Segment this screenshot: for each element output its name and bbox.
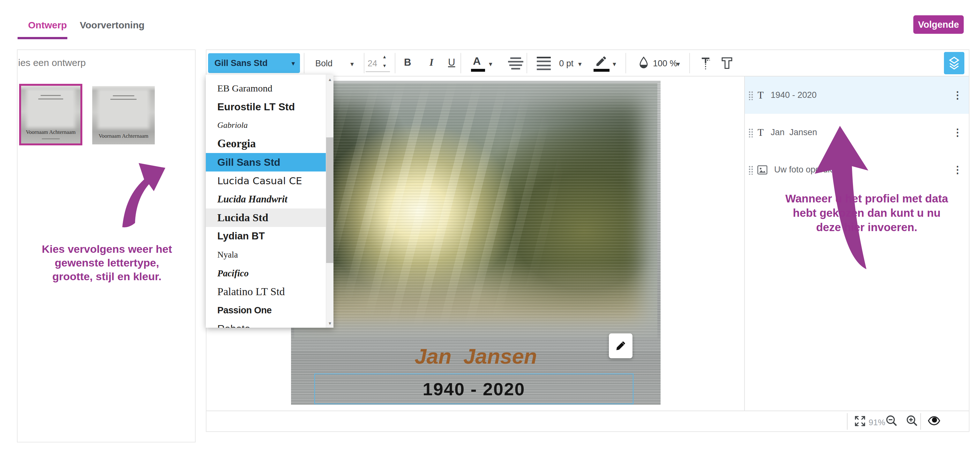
tab-voorvertoning[interactable]: Voorvertoning xyxy=(80,20,145,30)
opacity-value[interactable]: 100 % xyxy=(653,59,678,68)
chevron-down-icon[interactable]: ▾ xyxy=(613,60,616,67)
font-option-lucida-casual[interactable]: Lucida Casual CE xyxy=(206,171,326,190)
font-weight-select[interactable]: Bold xyxy=(315,59,332,68)
size-decrease-button[interactable]: ▼ xyxy=(382,63,387,68)
font-option-passion-one[interactable]: Passion One xyxy=(206,301,326,319)
font-option-pacifico[interactable]: Pacifico xyxy=(206,264,326,282)
font-option-gabriola[interactable]: Gabriola xyxy=(206,116,326,135)
tab-ontwerp[interactable]: Ontwerp xyxy=(28,20,67,30)
curved-arrow-up-right xyxy=(118,161,166,230)
font-option-eb-garamond[interactable]: EB Garamond xyxy=(206,79,326,98)
font-option-eurostile[interactable]: Eurostile LT Std xyxy=(206,98,326,116)
font-option-roboto[interactable]: Roboto xyxy=(206,319,326,328)
fullscreen-icon[interactable] xyxy=(854,415,866,427)
bottom-bar-border xyxy=(206,411,969,411)
thumbnail-caption-line xyxy=(113,95,134,96)
font-option-lucida-handwrit[interactable]: Lucida Handwrit xyxy=(206,190,326,208)
layers-icon xyxy=(948,56,961,70)
font-option-georgia[interactable]: Georgia xyxy=(206,135,326,153)
text-layer-icon: T xyxy=(757,127,764,138)
dates-selection-box[interactable]: 1940 - 2020 xyxy=(314,374,633,404)
font-option-lucida-std[interactable]: Lucida Std xyxy=(206,208,326,227)
text-color-button[interactable]: A xyxy=(473,55,481,67)
layer-label: 1940 - 2020 xyxy=(771,90,817,100)
design-thumbnail-2[interactable]: Voornaam Achternaam xyxy=(92,86,155,144)
text-baseline-icon[interactable] xyxy=(699,56,714,71)
thumbnail-dates-line xyxy=(42,138,60,139)
thumbnail-name-label: Voornaam Achternaam xyxy=(21,129,80,135)
drag-handle-icon[interactable] xyxy=(748,165,753,175)
chevron-down-icon[interactable]: ▾ xyxy=(578,60,582,67)
font-family-value: Gill Sans Std xyxy=(215,58,268,68)
line-spacing-value[interactable]: 0 pt xyxy=(559,59,573,68)
design-editor-page: { "header": { "tabs": [ {"label": "Ontwe… xyxy=(0,0,980,452)
thumbnail-photo-placeholder xyxy=(100,91,146,126)
thumbnail-caption-line xyxy=(41,95,60,96)
card-dates-text[interactable]: 1940 - 2020 xyxy=(423,379,525,400)
thumbnail-caption-line xyxy=(110,99,137,100)
thumbnail-photo-placeholder xyxy=(29,91,73,125)
card-name-text[interactable]: Jan Jansen xyxy=(291,344,660,368)
toolbar-divider xyxy=(460,53,461,73)
design-panel-title: ies een ontwerp xyxy=(18,57,86,68)
font-dropdown-menu: EB Garamond Eurostile LT Std Gabriola Ge… xyxy=(206,75,334,328)
memorial-card-canvas[interactable]: Jan Jansen 1940 - 2020 xyxy=(291,81,660,405)
font-size-underline xyxy=(366,71,390,72)
toolbar-divider xyxy=(689,53,690,73)
bold-button[interactable]: B xyxy=(404,57,411,68)
italic-button[interactable]: I xyxy=(430,57,433,68)
design-thumbnail-1[interactable]: Voornaam Achternaam xyxy=(19,84,82,145)
thumbnail-name-label: Voornaam Achternaam xyxy=(92,133,155,139)
zoom-level-label: 91% xyxy=(869,417,885,427)
zoom-out-icon[interactable] xyxy=(885,414,898,427)
dropdown-scrollbar[interactable]: ▲ ▼ xyxy=(326,75,334,328)
toolbar-divider xyxy=(527,53,527,73)
underline-button[interactable]: U xyxy=(448,57,455,68)
edit-pencil-button[interactable] xyxy=(609,333,633,358)
font-option-nyala[interactable]: Nyala xyxy=(206,246,326,264)
opacity-droplet-icon[interactable] xyxy=(638,56,650,70)
scroll-down-icon[interactable]: ▼ xyxy=(326,321,334,326)
layer-menu-kebab-icon[interactable]: ⋮ xyxy=(953,127,963,138)
chevron-down-icon[interactable]: ▾ xyxy=(350,60,354,67)
toolbar-divider xyxy=(625,53,626,73)
font-option-lydian-bt[interactable]: Lydian BT xyxy=(206,227,326,246)
drag-handle-icon[interactable] xyxy=(748,128,753,137)
text-layer-icon: T xyxy=(757,90,764,101)
font-size-input[interactable]: 24 xyxy=(368,59,377,68)
layer-menu-kebab-icon[interactable]: ⋮ xyxy=(953,89,963,101)
font-family-select[interactable]: Gill Sans Std ▾ xyxy=(208,53,300,73)
chevron-down-icon: ▾ xyxy=(291,60,295,67)
layer-menu-kebab-icon[interactable]: ⋮ xyxy=(953,164,963,176)
font-option-palatino[interactable]: Palatino LT Std xyxy=(206,282,326,301)
active-tab-underline xyxy=(18,37,67,39)
image-layer-icon xyxy=(757,165,768,175)
pencil-icon xyxy=(615,341,626,351)
next-button[interactable]: Volgende xyxy=(913,15,964,34)
layer-label: Jan Jansen xyxy=(771,127,817,137)
chevron-down-icon[interactable]: ▾ xyxy=(676,60,680,67)
line-spacing-icon[interactable] xyxy=(537,57,551,70)
text-color-swatch xyxy=(471,69,485,72)
bottom-bar-divider xyxy=(847,413,848,430)
drag-handle-icon[interactable] xyxy=(748,90,753,100)
stroke-color-swatch xyxy=(593,69,609,72)
text-outline-icon[interactable] xyxy=(719,56,735,71)
layers-button[interactable] xyxy=(944,52,964,74)
stroke-color-pencil-icon[interactable] xyxy=(595,55,608,68)
size-increase-button[interactable]: ▲ xyxy=(382,54,387,59)
zoom-in-icon[interactable] xyxy=(906,414,918,427)
chevron-down-icon[interactable]: ▾ xyxy=(489,60,492,67)
font-option-gill-sans-selected[interactable]: Gill Sans Std xyxy=(206,153,326,171)
bottom-bar-divider xyxy=(920,413,921,430)
toolbar-divider xyxy=(364,53,364,73)
toolbar-divider xyxy=(395,53,395,73)
left-annotation: Kies vervolgens weer het gewenste letter… xyxy=(30,242,183,283)
align-center-icon[interactable] xyxy=(508,57,523,70)
right-annotation: Wanneer u het profiel met data hebt geko… xyxy=(774,191,959,234)
preview-eye-icon[interactable] xyxy=(928,415,941,427)
scrollbar-thumb[interactable] xyxy=(326,137,334,263)
scroll-up-icon[interactable]: ▲ xyxy=(326,75,334,82)
layer-row-dates[interactable]: T 1940 - 2020 ⋮ xyxy=(745,76,969,114)
toolbar-divider xyxy=(304,53,304,73)
